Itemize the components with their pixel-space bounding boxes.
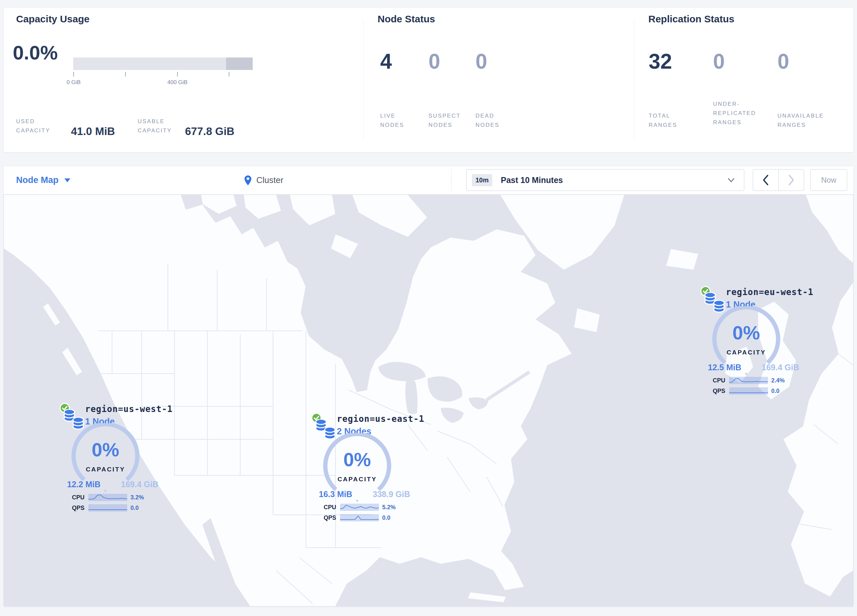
suspect-nodes-count: 0 [428, 51, 440, 72]
live-nodes-count: 4 [380, 51, 392, 72]
dead-nodes-label: DEAD NODES [475, 111, 500, 130]
capacity-axis-tick-0: 0 GiB [54, 79, 93, 86]
region-capacity-label: CAPACITY [68, 466, 143, 473]
region-usable-capacity: 169.4 GiB [115, 480, 165, 489]
suspect-nodes-label: SUSPECT NODES [428, 111, 461, 130]
now-button[interactable]: Now [811, 169, 847, 191]
expander-chevron-icon: ▾ [708, 371, 784, 376]
replication-status-title: Replication Status [648, 14, 735, 25]
under-replicated-ranges-count: 0 [713, 51, 725, 72]
capacity-axis-tick-400: 400 GiB [158, 79, 197, 86]
cluster-overview-panel: Capacity Usage 0.0% 0 GiB 400 GiB USED C… [3, 7, 854, 153]
unavailable-ranges-count: 0 [778, 51, 789, 72]
region-capacity-percent: 0% [68, 440, 143, 459]
expander-chevron-icon: ▾ [68, 488, 143, 493]
region-capacity-label: CAPACITY [708, 349, 784, 356]
qps-sparkline [340, 514, 379, 521]
unavailable-ranges-label: UNAVAILABLE RANGES [778, 111, 824, 130]
world-map [4, 195, 853, 607]
dead-nodes-count: 0 [475, 51, 487, 72]
live-nodes-label: LIVE NODES [380, 111, 404, 130]
region-title: region=us-east-1 [337, 414, 424, 424]
qps-label: QPS [700, 388, 725, 395]
usable-capacity-value: 677.8 GiB [185, 125, 234, 137]
chevron-right-icon [788, 174, 795, 185]
region-usable-capacity: 338.9 GiB [367, 489, 416, 499]
breadcrumb-cluster[interactable]: Cluster [244, 166, 283, 194]
view-selector-dropdown[interactable]: Node Map [16, 166, 70, 194]
map-pin-icon [244, 175, 252, 185]
qps-value: 0.0 [130, 505, 139, 511]
chevron-down-icon [727, 177, 735, 183]
cpu-label: CPU [311, 504, 336, 511]
expander-chevron-icon: ▾ [319, 498, 395, 503]
region-used-capacity: 16.3 MiB [311, 489, 360, 499]
region-used-capacity: 12.5 MiB [700, 363, 749, 372]
cpu-label: CPU [59, 494, 84, 501]
map-toolbar: Node Map Cluster 10m Past 10 Minutes [4, 166, 853, 195]
used-capacity-label: USED CAPACITY [16, 117, 50, 135]
qps-value: 0.0 [382, 514, 390, 521]
region-usable-capacity: 169.4 GiB [755, 363, 805, 372]
total-ranges-label: TOTAL RANGES [649, 111, 677, 130]
capacity-percent: 0.0% [13, 43, 58, 63]
toolbar-divider [451, 169, 452, 191]
region-used-capacity: 12.2 MiB [59, 480, 108, 489]
now-button-label: Now [821, 176, 836, 185]
time-next-button[interactable] [778, 170, 804, 191]
usable-capacity-label: USABLE CAPACITY [138, 117, 172, 135]
region-title: region=us-west-1 [85, 404, 173, 414]
world-map-area: region=us-west-1 1 Node 0% CAPACITY 12.2… [4, 195, 853, 607]
time-range-selector[interactable]: 10m Past 10 Minutes [466, 169, 744, 191]
cpu-sparkline [88, 494, 127, 501]
capacity-bar [73, 57, 253, 70]
time-range-label: Past 10 Minutes [501, 176, 563, 185]
cpu-value: 5.2% [382, 504, 396, 511]
breadcrumb-label: Cluster [256, 175, 283, 185]
region-capacity-label: CAPACITY [319, 476, 395, 483]
qps-sparkline [88, 504, 127, 511]
region-marker-eu-west-1[interactable]: region=eu-west-1 1 Node 0% CAPACITY 12.5… [700, 286, 812, 399]
dropdown-triangle-icon [64, 178, 70, 182]
region-marker-us-east-1[interactable]: region=us-east-1 2 Nodes 0% CAPACITY 16.… [311, 413, 423, 526]
region-title: region=eu-west-1 [726, 287, 813, 297]
cpu-sparkline [729, 377, 768, 384]
capacity-usage-title: Capacity Usage [16, 14, 90, 25]
chevron-left-icon [762, 174, 769, 185]
total-ranges-count: 32 [649, 51, 672, 72]
region-marker-us-west-1[interactable]: region=us-west-1 1 Node 0% CAPACITY 12.2… [59, 403, 171, 516]
used-capacity-value: 41.0 MiB [71, 125, 115, 137]
cpu-label: CPU [700, 377, 725, 384]
node-map-panel: Node Map Cluster 10m Past 10 Minutes [3, 166, 854, 607]
node-status-title: Node Status [377, 14, 435, 25]
qps-label: QPS [311, 514, 336, 521]
region-capacity-percent: 0% [708, 323, 784, 342]
region-capacity-percent: 0% [319, 450, 395, 469]
cpu-value: 2.4% [771, 377, 785, 384]
cpu-sparkline [340, 504, 379, 511]
qps-value: 0.0 [771, 388, 780, 395]
time-prev-button[interactable] [753, 170, 778, 191]
time-pager [753, 169, 804, 191]
under-replicated-ranges-label: UNDER- REPLICATED RANGES [713, 100, 756, 127]
time-range-badge: 10m [472, 174, 492, 186]
qps-label: QPS [59, 505, 84, 511]
capacity-bar-reserved-segment [226, 57, 253, 70]
qps-sparkline [729, 388, 768, 395]
section-divider [363, 19, 364, 140]
view-selector-label: Node Map [16, 175, 59, 185]
cpu-value: 3.2% [130, 494, 144, 501]
